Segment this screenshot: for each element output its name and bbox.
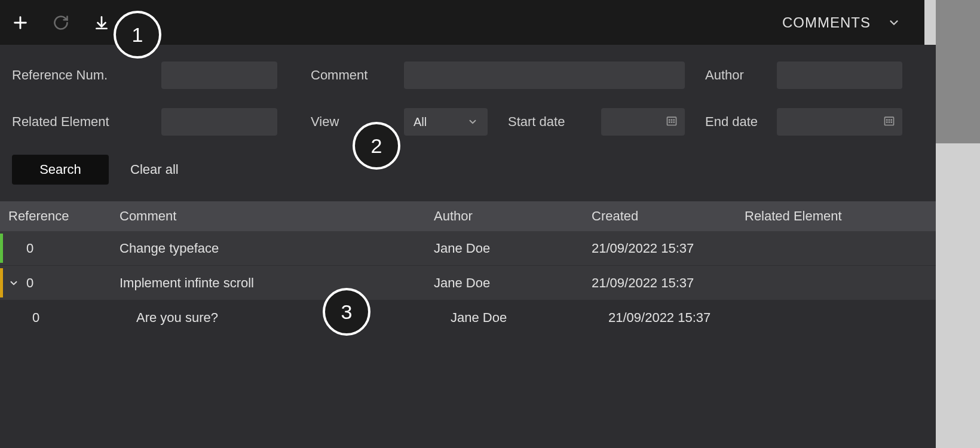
cell-created: 21/09/2022 15:37 bbox=[592, 275, 745, 291]
row-accent-green bbox=[0, 234, 3, 263]
svg-rect-11 bbox=[885, 117, 894, 125]
col-header-reference: Reference bbox=[0, 208, 120, 224]
author-label: Author bbox=[705, 67, 777, 83]
filter-comment-group: Comment bbox=[311, 62, 705, 89]
topbar-actions bbox=[11, 13, 111, 32]
start-date-label: Start date bbox=[508, 114, 601, 130]
reference-value: 0 bbox=[26, 275, 33, 291]
filter-reference-group: Reference Num. bbox=[12, 62, 311, 89]
svg-rect-12 bbox=[886, 119, 888, 121]
filter-panel: Reference Num. Comment Author Related El… bbox=[0, 45, 980, 201]
cell-comment: Change typeface bbox=[120, 241, 434, 256]
filter-row-2: Related Element View All Start date End … bbox=[12, 108, 968, 136]
reference-value: 0 bbox=[26, 241, 33, 256]
svg-rect-15 bbox=[886, 121, 888, 123]
calendar-icon bbox=[883, 115, 895, 129]
svg-rect-17 bbox=[891, 121, 893, 123]
view-select[interactable]: All bbox=[404, 108, 488, 136]
svg-rect-8 bbox=[669, 121, 670, 123]
svg-rect-6 bbox=[671, 119, 673, 121]
filter-related-group: Related Element bbox=[12, 108, 311, 136]
cell-reference: 0 bbox=[0, 275, 120, 291]
table-row-child[interactable]: 0 Are you sure? Jane Doe 21/09/2022 15:3… bbox=[0, 300, 980, 335]
cell-author: Jane Doe bbox=[434, 275, 592, 291]
reference-label: Reference Num. bbox=[12, 67, 161, 83]
filter-enddate-group: End date bbox=[705, 108, 968, 136]
svg-rect-7 bbox=[673, 119, 675, 121]
refresh-icon[interactable] bbox=[51, 13, 71, 32]
svg-rect-10 bbox=[673, 121, 675, 123]
svg-rect-9 bbox=[671, 121, 673, 123]
table-row[interactable]: 0 Implement infinte scroll Jane Doe 21/0… bbox=[0, 266, 980, 300]
related-input[interactable] bbox=[161, 108, 277, 136]
top-bar: COMMENTS JD bbox=[0, 0, 980, 45]
reference-input[interactable] bbox=[161, 62, 277, 89]
chevron-down-icon bbox=[887, 16, 901, 29]
svg-rect-5 bbox=[669, 119, 670, 121]
clear-all-button[interactable]: Clear all bbox=[130, 162, 179, 177]
author-input[interactable] bbox=[777, 62, 902, 89]
search-button[interactable]: Search bbox=[12, 155, 109, 185]
cell-created: 21/09/2022 15:37 bbox=[592, 310, 745, 326]
add-icon[interactable] bbox=[11, 13, 30, 32]
filter-row-1: Reference Num. Comment Author bbox=[12, 62, 968, 89]
vertical-scrollbar[interactable] bbox=[936, 0, 980, 448]
scrollbar-thumb[interactable] bbox=[936, 0, 980, 143]
filter-view-group: View All bbox=[311, 108, 508, 136]
page-title: COMMENTS bbox=[782, 14, 871, 31]
col-header-author: Author bbox=[434, 208, 592, 224]
end-date-input[interactable] bbox=[777, 108, 902, 136]
col-header-comment: Comment bbox=[120, 208, 434, 224]
cell-comment: Implement infinte scroll bbox=[120, 275, 434, 291]
cell-author: Jane Doe bbox=[434, 310, 592, 326]
row-accent-orange bbox=[0, 268, 3, 297]
col-header-created: Created bbox=[592, 208, 745, 224]
cell-reference: 0 bbox=[0, 241, 120, 256]
end-date-label: End date bbox=[705, 114, 777, 130]
cell-reference: 0 bbox=[0, 310, 120, 326]
start-date-input[interactable] bbox=[601, 108, 685, 136]
chevron-down-icon bbox=[467, 116, 478, 127]
filter-startdate-group: Start date bbox=[508, 108, 705, 136]
calendar-icon bbox=[666, 115, 678, 129]
svg-rect-4 bbox=[667, 117, 676, 125]
view-selected-value: All bbox=[414, 115, 427, 129]
svg-rect-14 bbox=[891, 119, 893, 121]
reference-value: 0 bbox=[32, 310, 39, 326]
filter-buttons: Search Clear all bbox=[12, 155, 968, 185]
related-label: Related Element bbox=[12, 114, 161, 130]
download-icon[interactable] bbox=[92, 13, 111, 32]
view-label: View bbox=[311, 114, 404, 130]
svg-rect-16 bbox=[889, 121, 890, 123]
table-header: Reference Comment Author Created Related… bbox=[0, 201, 980, 231]
table-row[interactable]: 0 Change typeface Jane Doe 21/09/2022 15… bbox=[0, 231, 980, 266]
page-title-dropdown[interactable]: COMMENTS bbox=[782, 14, 912, 31]
cell-comment: Are you sure? bbox=[120, 310, 434, 326]
comment-input[interactable] bbox=[404, 62, 685, 89]
svg-rect-13 bbox=[889, 119, 890, 121]
filter-author-group: Author bbox=[705, 62, 968, 89]
expand-chevron-icon[interactable] bbox=[8, 278, 22, 289]
comment-label: Comment bbox=[311, 67, 404, 83]
comments-table: Reference Comment Author Created Related… bbox=[0, 201, 980, 335]
cell-author: Jane Doe bbox=[434, 241, 592, 256]
cell-created: 21/09/2022 15:37 bbox=[592, 241, 745, 256]
